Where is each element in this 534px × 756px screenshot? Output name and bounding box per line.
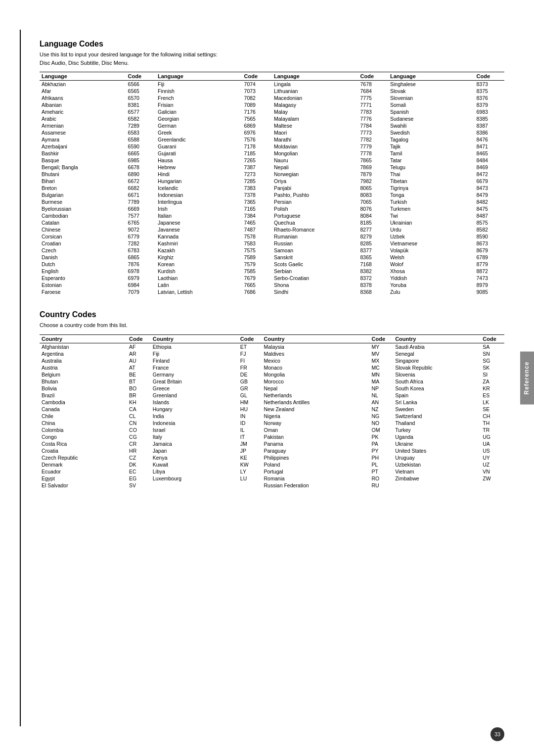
lang-name-cell: Bhutani	[40, 171, 126, 178]
lang-code-cell: 8076	[358, 205, 388, 212]
country-name-cell: Hungary	[151, 406, 238, 413]
lang-col-header-6: Code	[358, 72, 388, 81]
lang-code-cell: 7082	[242, 94, 272, 101]
lang-code-cell: 9072	[126, 226, 156, 233]
country-code-cell: CO	[127, 426, 151, 433]
country-code-cell: GB	[238, 378, 262, 385]
lang-name-cell: Tamil	[388, 150, 475, 157]
lang-code-cell: 7771	[358, 101, 388, 108]
lang-col-header-3: Language	[156, 72, 242, 81]
country-code-cell: UG	[481, 433, 504, 440]
country-name-cell: Denmark	[40, 461, 127, 468]
country-code-cell: MX	[370, 357, 394, 364]
lang-name-cell: Nauru	[272, 157, 358, 164]
country-code-cell: BE	[127, 371, 151, 378]
country-code-cell: US	[481, 447, 504, 454]
country-name-cell: Congo	[40, 433, 127, 440]
lang-name-cell: Tigrinya	[388, 185, 475, 191]
lang-code-cell: 6976	[242, 129, 272, 136]
lang-name-cell: Indonesian	[156, 191, 242, 198]
lang-code-cell: 8378	[358, 282, 388, 288]
lang-code-cell: 8673	[475, 240, 504, 247]
country-name-cell: Bolivia	[40, 385, 127, 392]
country-name-cell: Sri Lanka	[393, 399, 481, 406]
lang-name-cell: Hindi	[156, 171, 242, 178]
lang-name-cell: Wolof	[388, 261, 475, 268]
lang-code-cell: 7273	[242, 171, 272, 178]
lang-code-cell: 8381	[126, 101, 156, 108]
country-name-cell: Greenland	[151, 392, 238, 399]
lang-name-cell: Serbo-Croatian	[272, 275, 358, 282]
lang-code-cell: 7589	[242, 254, 272, 261]
country-name-cell: Belgium	[40, 371, 127, 378]
lang-table-row: Basque6985Hausa7265Nauru7865Tatar8484	[40, 157, 504, 164]
lang-name-cell: Shona	[272, 282, 358, 288]
country-table-row: ArgentinaARFijiFJMaldivesMVSenegalSN	[40, 350, 504, 357]
lang-name-cell: Polish	[272, 205, 358, 212]
country-name-cell: Netherlands Antilles	[262, 399, 370, 406]
lang-name-cell: Esperanto	[40, 275, 126, 282]
lang-table-row: Danish6865Kirghiz7589Sanskrit8365Welsh67…	[40, 254, 504, 261]
country-name-cell: Romania	[262, 475, 370, 482]
lang-code-cell: 6765	[126, 219, 156, 226]
country-code-cell: JP	[238, 447, 262, 454]
country-name-cell: Canada	[40, 406, 127, 413]
country-name-cell: Great Britain	[151, 378, 238, 385]
country-code-cell: BO	[127, 385, 151, 392]
lang-code-cell: 6566	[126, 81, 156, 88]
country-table-row: BoliviaBOGreeceGRNepalNPSouth KoreaKR	[40, 385, 504, 392]
country-name-cell: Argentina	[40, 350, 127, 357]
country-name-cell: China	[40, 420, 127, 426]
country-code-cell: SE	[481, 406, 504, 413]
lang-code-cell: 8484	[475, 157, 504, 164]
country-code-cell: CR	[127, 440, 151, 447]
lang-code-cell: 7578	[242, 233, 272, 240]
lang-code-cell: 8377	[358, 247, 388, 254]
lang-name-cell: Hungarian	[156, 178, 242, 185]
country-name-cell: Croatia	[40, 447, 127, 454]
lang-name-cell: Tajik	[388, 143, 475, 150]
lang-col-header-1: Language	[40, 72, 126, 81]
country-name-cell: Chile	[40, 413, 127, 420]
country-code-cell: IT	[238, 433, 262, 440]
lang-table-row: Cambodian7577Italian7384Portuguese8084Tw…	[40, 212, 504, 219]
country-name-cell: Poland	[262, 461, 370, 468]
country-code-cell: AN	[370, 399, 394, 406]
lang-name-cell: Tatar	[388, 157, 475, 164]
lang-name-cell: Aymara	[40, 136, 126, 143]
country-code-cell: AU	[127, 357, 151, 364]
lang-code-cell: 6783	[126, 247, 156, 254]
lang-code-cell: 6590	[126, 143, 156, 150]
country-code-cell: PH	[370, 454, 394, 461]
lang-name-cell: Abkhazian	[40, 81, 126, 88]
language-codes-title: Language Codes	[40, 40, 504, 48]
country-code-cell: CZ	[127, 454, 151, 461]
country-code-cell: ZW	[481, 475, 504, 482]
lang-code-cell: 8065	[358, 185, 388, 191]
lang-code-cell: 7074	[242, 81, 272, 88]
lang-code-cell: 7579	[242, 261, 272, 268]
lang-code-cell: 7168	[358, 261, 388, 268]
lang-name-cell: Portuguese	[272, 212, 358, 219]
lang-name-cell: Sudanese	[388, 115, 475, 122]
lang-code-cell: 6588	[126, 136, 156, 143]
lang-col-header-8: Code	[475, 72, 504, 81]
lang-code-cell: 8473	[475, 185, 504, 191]
country-code-cell: CH	[481, 413, 504, 420]
country-name-cell: Nepal	[262, 385, 370, 392]
country-code-cell: ET	[238, 343, 262, 350]
country-code-cell: PL	[370, 461, 394, 468]
country-code-cell: LK	[481, 399, 504, 406]
lang-code-cell: 7565	[242, 115, 272, 122]
page-container: Reference Language Codes Use this list t…	[0, 0, 534, 756]
lang-code-cell: 7165	[242, 205, 272, 212]
lang-code-cell: 8482	[475, 198, 504, 205]
lang-table-row: Bulgarian6671Indonesian7378Pashto, Pusht…	[40, 191, 504, 198]
lang-code-cell: 8479	[475, 191, 504, 198]
country-code-cell: SV	[127, 482, 151, 489]
lang-name-cell: Armenian	[40, 122, 126, 129]
lang-name-cell: Interlingua	[156, 198, 242, 205]
lang-code-cell: 8387	[475, 122, 504, 129]
country-name-cell: Israel	[151, 426, 238, 433]
lang-name-cell: Swahili	[388, 122, 475, 129]
